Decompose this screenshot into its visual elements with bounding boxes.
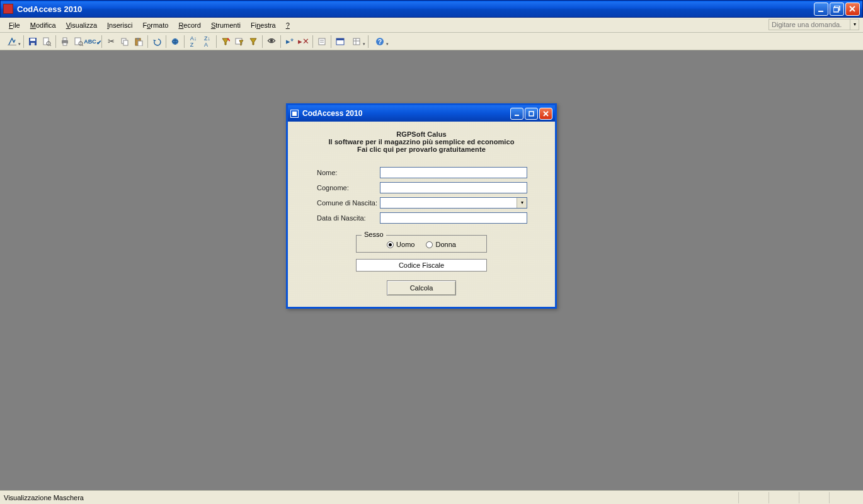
properties-icon[interactable] — [315, 35, 329, 49]
input-cognome[interactable] — [380, 182, 527, 193]
input-nome[interactable] — [380, 167, 527, 178]
label-data: Data di Nascita: — [299, 214, 380, 222]
menu-modifica[interactable]: Modifica — [25, 20, 61, 30]
file-search-icon[interactable] — [40, 35, 54, 49]
svg-rect-32 — [353, 38, 360, 45]
dialog-window: CodAccess 2010 RGPSoft Calus Il software… — [286, 103, 557, 309]
window-controls — [814, 3, 860, 16]
status-cell — [769, 492, 799, 503]
svg-rect-5 — [8, 45, 16, 45]
status-cell — [829, 492, 859, 503]
print-icon[interactable] — [58, 35, 72, 49]
form-icon — [290, 110, 299, 118]
status-cells — [738, 492, 859, 503]
delete-record-icon[interactable]: ▸✕ — [297, 35, 311, 49]
output-codice-fiscale: Codice Fiscale — [356, 259, 487, 272]
toolbar: ABC✔ ✂ A↓Z Z↓A 👁 ▸* ▸✕ ? — [0, 33, 863, 50]
svg-rect-14 — [63, 43, 67, 45]
svg-rect-31 — [336, 38, 344, 40]
svg-rect-0 — [818, 11, 823, 12]
dialog-maximize-button[interactable] — [525, 108, 538, 120]
main-titlebar: CodAccess 2010 — [0, 0, 863, 18]
input-data[interactable] — [380, 212, 527, 224]
svg-rect-38 — [529, 112, 534, 116]
status-cell — [738, 492, 769, 503]
label-nome: Nome: — [299, 169, 380, 176]
menu-inserisci[interactable]: Inserisci — [102, 20, 137, 30]
db-window-icon[interactable] — [333, 35, 347, 49]
filter-selection-icon[interactable] — [219, 35, 232, 49]
toggle-filter-icon[interactable] — [246, 35, 260, 49]
app-title: CodAccess 2010 — [17, 4, 814, 14]
menu-strumenti[interactable]: Strumenti — [206, 20, 246, 30]
promo-text[interactable]: RGPSoft Calus Il software per il magazzi… — [299, 130, 544, 153]
help-search-dropdown[interactable]: ▾ — [850, 19, 859, 30]
svg-rect-15 — [75, 38, 81, 45]
calcola-button[interactable]: Calcola — [387, 280, 456, 295]
fieldset-sesso: Sesso Uomo Donna — [356, 235, 487, 253]
statusbar: Visualizzazione Maschera — [0, 490, 863, 504]
svg-rect-22 — [138, 41, 142, 46]
status-cell — [799, 492, 829, 503]
help-search-input[interactable] — [769, 19, 850, 30]
svg-rect-8 — [31, 43, 35, 45]
promo-line-1: RGPSoft Calus — [299, 130, 544, 138]
select-comune[interactable]: ▾ — [380, 197, 527, 209]
spellcheck-icon[interactable]: ABC✔ — [86, 35, 100, 49]
save-icon[interactable] — [26, 35, 40, 49]
sort-desc-icon[interactable]: Z↓A — [200, 35, 214, 49]
help-icon[interactable]: ? — [370, 35, 389, 49]
cut-icon[interactable]: ✂ — [104, 35, 118, 49]
new-object-icon[interactable] — [347, 35, 366, 49]
svg-rect-37 — [515, 115, 519, 116]
svg-rect-7 — [30, 38, 35, 41]
label-cognome: Cognome: — [299, 184, 380, 192]
menu-formato[interactable]: Formato — [137, 20, 173, 30]
menu-file[interactable]: File — [4, 20, 25, 30]
chevron-down-icon[interactable]: ▾ — [517, 198, 527, 208]
promo-line-2: Il software per il magazzino più semplic… — [299, 138, 544, 146]
app-icon — [3, 4, 13, 14]
svg-text:?: ? — [378, 38, 382, 45]
mdi-workspace: CodAccess 2010 RGPSoft Calus Il software… — [0, 50, 863, 490]
svg-rect-21 — [137, 38, 139, 40]
svg-line-17 — [82, 45, 83, 46]
radio-donna[interactable]: Donna — [426, 241, 455, 248]
dialog-minimize-button[interactable] — [510, 108, 523, 120]
filter-form-icon[interactable] — [232, 35, 246, 49]
legend-sesso: Sesso — [362, 231, 386, 238]
menu-record[interactable]: Record — [173, 20, 205, 30]
hyperlink-icon[interactable] — [168, 35, 182, 49]
select-comune-input[interactable] — [380, 198, 517, 208]
view-switch-icon[interactable] — [3, 35, 21, 49]
menubar: File Modifica Visualizza Inserisci Forma… — [0, 18, 863, 33]
minimize-button[interactable] — [814, 3, 828, 16]
menu-finestra[interactable]: Finestra — [246, 20, 281, 30]
menu-help[interactable]: ? — [281, 20, 295, 30]
svg-rect-19 — [123, 40, 128, 45]
close-button[interactable] — [845, 3, 860, 16]
new-record-icon[interactable]: ▸* — [283, 35, 297, 49]
menu-visualizza[interactable]: Visualizza — [61, 20, 102, 30]
dialog-close-button[interactable] — [539, 108, 552, 120]
radio-donna-label: Donna — [435, 241, 455, 248]
promo-line-3: Fai clic qui per provarlo gratuitamente — [299, 146, 544, 153]
paste-icon[interactable] — [132, 35, 146, 49]
find-icon[interactable]: 👁 — [265, 35, 278, 49]
help-search: ▾ — [769, 19, 859, 30]
svg-rect-13 — [63, 38, 67, 40]
dialog-title: CodAccess 2010 — [302, 109, 510, 118]
svg-rect-9 — [43, 38, 49, 45]
radio-uomo[interactable]: Uomo — [387, 241, 414, 248]
restore-button[interactable] — [830, 3, 844, 16]
sort-asc-icon[interactable]: A↓Z — [186, 35, 200, 49]
undo-icon[interactable] — [150, 35, 164, 49]
dialog-body: RGPSoft Calus Il software per il magazzi… — [288, 122, 555, 307]
status-text: Visualizzazione Maschera — [4, 494, 84, 501]
svg-rect-2 — [833, 8, 838, 12]
dialog-titlebar: CodAccess 2010 — [288, 105, 555, 122]
label-comune: Comune di Nascita: — [299, 199, 380, 207]
radio-uomo-label: Uomo — [396, 241, 414, 248]
radio-donna-indicator — [426, 241, 433, 248]
copy-icon[interactable] — [118, 35, 132, 49]
